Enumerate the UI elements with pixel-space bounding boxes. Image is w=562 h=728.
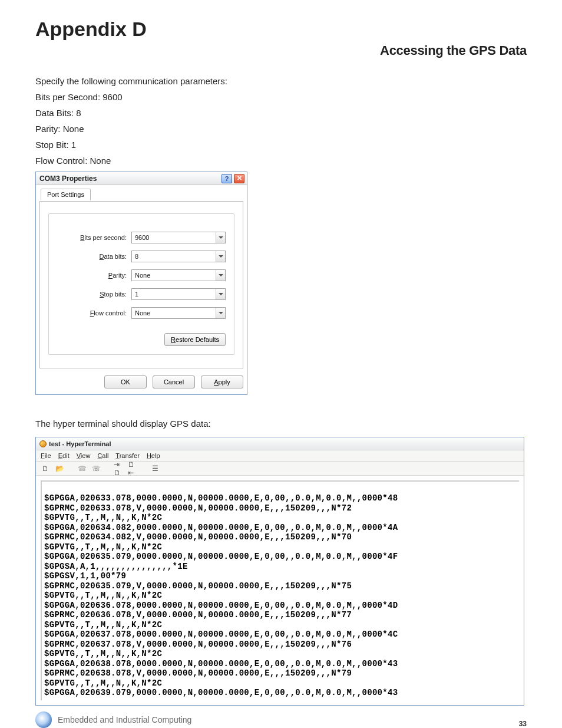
bits-per-second-value: 9600 [132, 234, 216, 241]
label-bits-per-second: Bits per second: [80, 234, 127, 241]
chevron-down-icon [216, 289, 225, 299]
stop-bits-select[interactable]: 1 [131, 288, 226, 300]
terminal-output: $GPGGA,020633.078,0000.0000,N,00000.0000… [41, 480, 519, 700]
apply-button[interactable]: Apply [201, 375, 243, 388]
page-number: 33 [519, 720, 527, 728]
new-file-icon[interactable]: 🗋 [41, 465, 50, 473]
menu-help[interactable]: Help [147, 452, 160, 459]
footer-text: Embedded and Industrial Computing [58, 715, 191, 724]
flow-control-value: None [132, 309, 216, 317]
chevron-down-icon [216, 251, 225, 262]
page-title: Appendix D [35, 18, 527, 41]
after-dialog-text: The hyper terminal should display GPS da… [35, 419, 283, 429]
parity-value: None [132, 272, 216, 279]
hyperterminal-title-bar: test - HyperTerminal [36, 437, 524, 450]
menu-bar: File Edit View Call Transfer Help [36, 450, 524, 462]
page-subtitle: Accessing the GPS Data [35, 43, 527, 58]
param-line: Flow Control: None [35, 156, 283, 166]
chevron-down-icon [216, 270, 225, 281]
param-line: Stop Bit: 1 [35, 140, 283, 150]
open-file-icon[interactable]: 📂 [55, 465, 64, 473]
receive-icon[interactable]: 🗋⇤ [128, 465, 137, 473]
ok-button[interactable]: OK [104, 375, 147, 388]
cancel-button[interactable]: Cancel [153, 375, 195, 388]
menu-file[interactable]: File [41, 452, 51, 459]
menu-view[interactable]: View [77, 452, 91, 459]
param-line: Bits per Second: 9600 [35, 92, 283, 102]
chevron-down-icon [216, 232, 225, 243]
param-line: Parity: None [35, 124, 283, 134]
stop-bits-value: 1 [132, 291, 216, 298]
footer-logo-icon [35, 711, 52, 728]
menu-edit[interactable]: Edit [58, 452, 70, 459]
data-bits-select[interactable]: 8 [131, 251, 226, 262]
dialog-title: COM3 Properties [38, 174, 97, 183]
com3-properties-dialog: COM3 Properties ? ✕ Port Settings Bits p… [35, 172, 247, 395]
chevron-down-icon [216, 308, 225, 318]
page-footer: Embedded and Industrial Computing [35, 711, 527, 728]
label-stop-bits: Stop bits: [100, 291, 127, 298]
send-icon[interactable]: ⇥🗋 [114, 465, 123, 473]
close-button[interactable]: ✕ [234, 174, 244, 183]
properties-icon[interactable]: ☰ [150, 465, 160, 473]
hyperterminal-title: test - HyperTerminal [49, 440, 111, 447]
parity-select[interactable]: None [131, 269, 226, 281]
menu-call[interactable]: Call [97, 452, 108, 459]
bits-per-second-select[interactable]: 9600 [131, 232, 226, 243]
disconnect-icon[interactable]: ☏ [91, 465, 101, 473]
hyperterminal-icon [39, 440, 47, 447]
data-bits-value: 8 [132, 253, 216, 260]
label-data-bits: Data bits: [100, 253, 127, 260]
hyperterminal-window: test - HyperTerminal File Edit View Call… [35, 437, 524, 706]
dialog-title-bar: COM3 Properties ? ✕ [36, 172, 247, 185]
connect-icon[interactable]: ☎ [77, 465, 87, 473]
label-parity: Parity: [108, 272, 127, 279]
hyperterminal-toolbar: 🗋 📂 ☎ ☏ ⇥🗋 🗋⇤ ☰ [36, 462, 524, 476]
tab-port-settings[interactable]: Port Settings [41, 189, 91, 200]
intro-text: Specify the following communication para… [35, 76, 283, 86]
help-button[interactable]: ? [222, 174, 232, 183]
label-flow-control: Flow control: [90, 309, 127, 317]
menu-transfer[interactable]: Transfer [115, 452, 140, 459]
flow-control-select[interactable]: None [131, 307, 226, 319]
restore-defaults-button[interactable]: Restore Defaults [164, 333, 226, 346]
param-line: Data Bits: 8 [35, 108, 283, 118]
